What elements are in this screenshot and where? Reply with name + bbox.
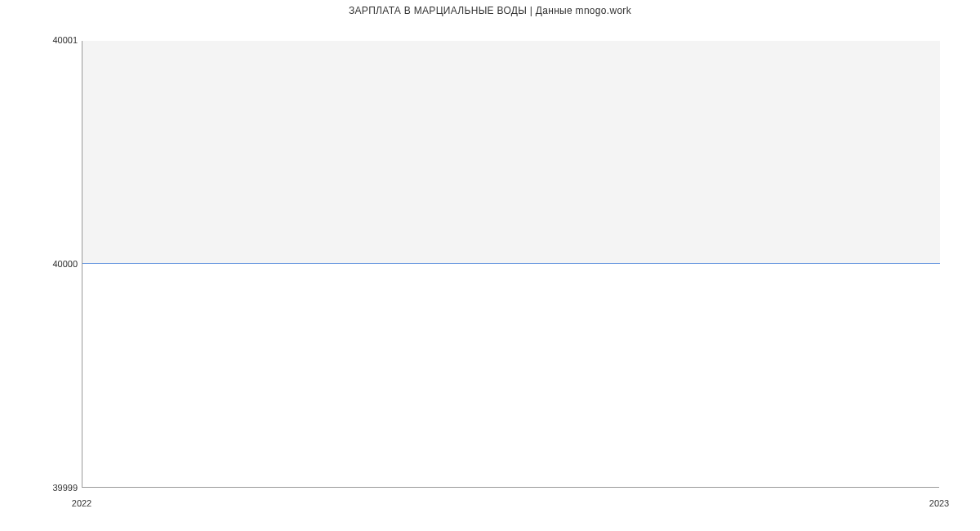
data-line bbox=[82, 263, 940, 264]
plot-area bbox=[82, 41, 939, 488]
y-axis-tick-label: 40000 bbox=[52, 259, 78, 269]
plot-shade bbox=[82, 41, 940, 264]
x-axis-tick-label: 2023 bbox=[929, 498, 949, 508]
chart-container: ЗАРПЛАТА В МАРЦИАЛЬНЫЕ ВОДЫ | Данные mno… bbox=[0, 0, 980, 531]
y-axis-tick-label: 40001 bbox=[52, 35, 78, 45]
chart-title: ЗАРПЛАТА В МАРЦИАЛЬНЫЕ ВОДЫ | Данные mno… bbox=[0, 0, 980, 16]
x-axis-tick-label: 2022 bbox=[72, 498, 91, 508]
y-axis-tick-label: 39999 bbox=[52, 483, 78, 493]
